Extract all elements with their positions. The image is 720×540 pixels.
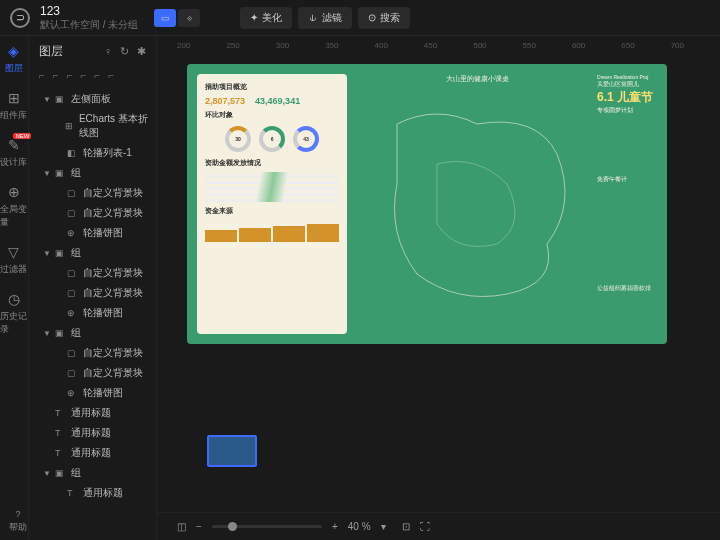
donut-2: 6 (259, 126, 285, 152)
new-badge: NEW (13, 133, 31, 139)
settings-icon[interactable]: ✱ (137, 45, 146, 58)
tree-item[interactable]: ⊕轮播饼图 (29, 303, 156, 323)
tree-item[interactable]: ▼▣左侧面板 (29, 89, 156, 109)
align-tool[interactable]: ⌐ (81, 70, 87, 81)
map-panel: 大山里的健康小课桌 (357, 74, 597, 334)
stat-2: 43,469,341 (255, 96, 300, 106)
panel-title: 捐助项目概览 (205, 82, 339, 92)
stat-1: 2,807,573 (205, 96, 245, 106)
left-panel: 捐助项目概览 2,807,573 43,469,341 环比对象 30 6 43… (197, 74, 347, 334)
line-chart (205, 172, 339, 202)
compare-title: 环比对象 (205, 110, 339, 120)
map-title: 大山里的健康小课桌 (357, 74, 597, 84)
align-tool[interactable]: ⌐ (67, 70, 73, 81)
zoom-out-button[interactable]: − (196, 521, 202, 532)
tree-item[interactable]: ▢自定义背景块 (29, 183, 156, 203)
layer-back-icon[interactable]: ◫ (177, 521, 186, 532)
tree-item[interactable]: T通用标题 (29, 483, 156, 503)
nav-globals[interactable]: ⊕全局变量 (0, 183, 28, 229)
history-icon: ◷ (5, 290, 23, 308)
tree-item[interactable]: T通用标题 (29, 403, 156, 423)
align-tool[interactable]: ⌐ (94, 70, 100, 81)
app-logo[interactable]: ⊃ (10, 8, 30, 28)
help-icon: ? (15, 509, 20, 519)
tree-item[interactable]: ▼▣组 (29, 323, 156, 343)
beautify-button[interactable]: ✦ 美化 (240, 7, 292, 29)
horizontal-ruler: 200250300350400450500550600650700 (157, 36, 720, 54)
zoom-value[interactable]: 40 % (348, 521, 371, 532)
filter-icon[interactable]: ♀ (104, 45, 112, 58)
expand-button[interactable]: ⛶ (420, 521, 430, 532)
search-button[interactable]: ⊙ 搜索 (358, 7, 410, 29)
nav-layers[interactable]: ◈图层 (5, 42, 23, 75)
zoom-in-button[interactable]: + (332, 521, 338, 532)
section2-title: 资助金额发放情况 (205, 158, 339, 168)
doc-title[interactable]: 123 (40, 4, 138, 18)
tree-item[interactable]: ▢自定义背景块 (29, 343, 156, 363)
code-mode-button[interactable]: ⟐ (178, 9, 200, 27)
donut-1: 30 (225, 126, 251, 152)
layers-icon: ◈ (5, 42, 23, 60)
tree-item[interactable]: ▢自定义背景块 (29, 283, 156, 303)
align-tool[interactable]: ⌐ (53, 70, 59, 81)
page-thumbnail[interactable] (207, 435, 257, 467)
select-mode-button[interactable]: ▭ (154, 9, 176, 27)
nav-help[interactable]: ? 帮助 (9, 509, 27, 534)
nav-filters[interactable]: ▽过滤器 (0, 243, 27, 276)
tree-item[interactable]: ▢自定义背景块 (29, 203, 156, 223)
artboard[interactable]: 捐助项目概览 2,807,573 43,469,341 环比对象 30 6 43… (187, 64, 667, 344)
zoom-slider[interactable] (212, 525, 322, 528)
tree-item[interactable]: ▼▣组 (29, 243, 156, 263)
tree-item[interactable]: ⊞ECharts 基本折线图 (29, 109, 156, 143)
filters-icon: ▽ (5, 243, 23, 261)
donut-3: 43 (293, 126, 319, 152)
fit-button[interactable]: ⊡ (402, 521, 410, 532)
zoom-dropdown-icon[interactable]: ▾ (381, 521, 386, 532)
refresh-icon[interactable]: ↻ (120, 45, 129, 58)
breadcrumb[interactable]: 默认工作空间 / 未分组 (40, 19, 138, 31)
layers-title: 图层 (39, 43, 63, 60)
tree-item[interactable]: T通用标题 (29, 443, 156, 463)
right-panel: Dream Realization Proj 关爱山区贫困儿 6.1 儿童节 专… (597, 74, 657, 293)
tree-item[interactable]: ▼▣组 (29, 463, 156, 483)
filter-button[interactable]: ⫝ 滤镜 (298, 7, 352, 29)
components-icon: ⊞ (5, 89, 23, 107)
tree-item[interactable]: ▢自定义背景块 (29, 263, 156, 283)
tree-item[interactable]: ▼▣组 (29, 163, 156, 183)
section3-title: 资金来源 (205, 206, 339, 216)
map-svg (357, 84, 597, 324)
tree-item[interactable]: ⊕轮播饼图 (29, 383, 156, 403)
tree-item[interactable]: T通用标题 (29, 423, 156, 443)
align-tool[interactable]: ⌐ (108, 70, 114, 81)
tree-item[interactable]: ⊕轮播饼图 (29, 223, 156, 243)
bar-chart (205, 222, 339, 242)
tree-item[interactable]: ◧轮播列表-1 (29, 143, 156, 163)
globals-icon: ⊕ (5, 183, 23, 201)
tree-item[interactable]: ▢自定义背景块 (29, 363, 156, 383)
nav-components[interactable]: ⊞组件库 (0, 89, 27, 122)
align-tool[interactable]: ⌐ (39, 70, 45, 81)
canvas[interactable]: 捐助项目概览 2,807,573 43,469,341 环比对象 30 6 43… (157, 54, 720, 512)
nav-design[interactable]: NEW✎设计库 (0, 136, 27, 169)
nav-history[interactable]: ◷历史记录 (0, 290, 28, 336)
thumbnail-strip[interactable] (207, 426, 257, 476)
